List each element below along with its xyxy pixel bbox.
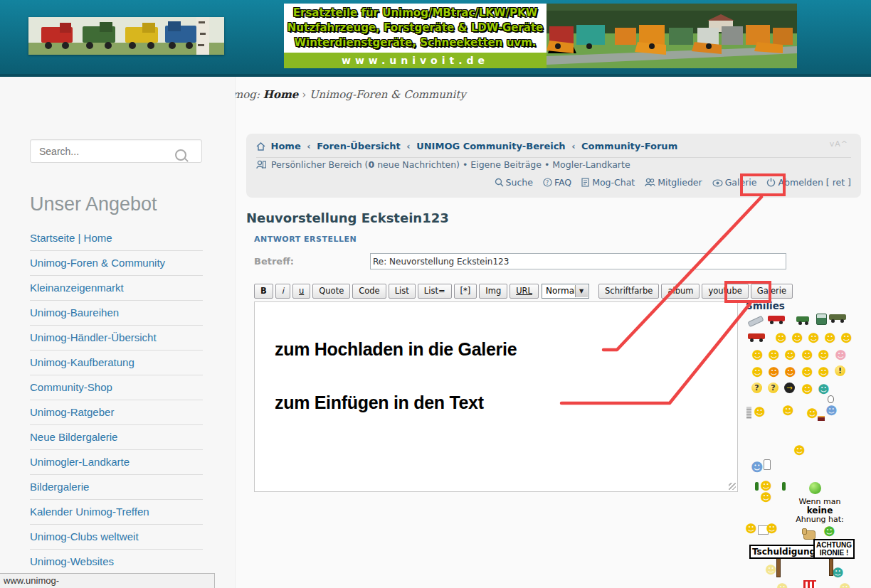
sidebar-item-bildergalerie[interactable]: Bildergalerie <box>30 475 203 500</box>
smiley-green-grin-icon[interactable] <box>823 525 835 538</box>
sidebar-item-neue-bildergalerie[interactable]: Neue Bildergalerie <box>30 425 203 450</box>
bullet: • <box>463 159 468 170</box>
sidebar-item-haendler[interactable]: Unimog-Händler-Übersicht <box>30 326 203 351</box>
list-button[interactable]: List <box>389 284 416 299</box>
smiley-smirk-icon[interactable] <box>801 383 813 396</box>
mogler-map-link[interactable]: Mogler-Landkarte <box>552 159 630 170</box>
smiley-rolleyes-icon[interactable] <box>751 365 764 379</box>
smiley-neutral-icon[interactable] <box>808 331 820 345</box>
sidebar-item-landkarte[interactable]: Unimogler-Landkarte <box>30 450 203 475</box>
sidebar-item-startseite[interactable]: Startseite | Home <box>30 226 203 251</box>
smiley-truck-camo-icon[interactable] <box>829 313 846 323</box>
underline-button[interactable]: u <box>292 284 310 299</box>
list-item-button[interactable]: [*] <box>454 284 477 299</box>
smiley-lol-icon[interactable] <box>784 348 796 362</box>
forum-crumb-bereich[interactable]: UNIMOG Community-Bereich <box>416 141 565 151</box>
smiley-rock-icon[interactable] <box>782 401 794 418</box>
forum-crumb-home[interactable]: Home <box>271 141 301 151</box>
smiley-exclaim-icon[interactable] <box>835 365 845 376</box>
url-button[interactable]: URL <box>510 284 539 299</box>
smiley-sign-tschuldigung[interactable]: Tschuldigung <box>749 545 818 559</box>
breadcrumb-home-link[interactable]: Home <box>263 88 299 101</box>
chat-link[interactable]: Mog-Chat <box>581 177 635 188</box>
smiley-wink-icon[interactable] <box>818 365 830 379</box>
search-icon[interactable] <box>175 149 186 161</box>
smiley-question-icon[interactable] <box>751 383 762 393</box>
sidebar-item-shop[interactable]: Community-Shop <box>30 375 203 400</box>
smiley-bulb-icon[interactable] <box>825 404 838 417</box>
smiley-cool2-icon[interactable] <box>801 365 813 379</box>
smiley-smile-icon[interactable] <box>791 331 803 345</box>
smiley-partial1-icon[interactable] <box>776 582 788 588</box>
smiley-razz-icon[interactable] <box>801 348 813 362</box>
resize-handle[interactable] <box>729 483 736 490</box>
code-button[interactable]: Code <box>352 284 386 299</box>
smiley-small-icon[interactable] <box>793 445 806 456</box>
site-logo[interactable] <box>28 17 224 55</box>
ad-url[interactable]: www.univoit.de <box>284 53 547 68</box>
annotation-upload: zum Hochladen in die Galerie <box>275 339 517 360</box>
quote-button[interactable]: Quote <box>312 284 350 299</box>
subject-input[interactable] <box>370 253 786 269</box>
sidebar-item-clubs[interactable]: Unimog-Clubs weltweit <box>30 525 203 550</box>
breadcrumb-section: Unimog-Foren & Community <box>310 88 466 101</box>
members-link[interactable]: Mitglieder <box>645 177 702 188</box>
sidebar-item-foren[interactable]: Unimog-Foren & Community <box>30 251 203 276</box>
galerie-button[interactable]: Galerie <box>751 284 793 299</box>
img-button[interactable]: Img <box>479 284 507 299</box>
smiley-ladder-icon[interactable] <box>803 580 816 588</box>
ad-banner[interactable]: Ersatzteile für Unimog/MBtrac/LKW/PKW Nu… <box>284 4 547 68</box>
smiley-arrow-icon[interactable] <box>784 383 795 393</box>
smiley-happy-icon[interactable] <box>818 348 830 362</box>
sidebar-item-kalender[interactable]: Kalender Unimog-Treffen <box>30 500 203 525</box>
smiley-idea-icon[interactable] <box>768 383 778 393</box>
search-input[interactable] <box>38 141 183 161</box>
personal-area-link[interactable]: Persönlicher Bereich ( <box>271 159 369 170</box>
smiley-birthday-icon[interactable] <box>806 407 818 420</box>
smiley-teal2-icon[interactable] <box>832 566 844 579</box>
question-icon: ? <box>543 178 552 187</box>
smiley-tractor-icon[interactable] <box>796 315 813 325</box>
sidebar-item-baureihen[interactable]: Unimog-Baureihen <box>30 301 203 326</box>
smiley-sign-ironie[interactable]: ACHTUNG IRONIE ! <box>813 539 855 559</box>
faq-link[interactable]: ?FAQ <box>543 177 571 188</box>
font-size-select[interactable]: Normal▼ <box>542 284 589 299</box>
album-button[interactable]: album <box>661 284 700 299</box>
smiley-eek-icon[interactable] <box>840 331 852 345</box>
search-link[interactable]: Suche <box>495 177 533 188</box>
list-ordered-button[interactable]: List= <box>418 284 452 299</box>
smiley-partial2-icon[interactable] <box>839 582 851 588</box>
forum-crumb-forum[interactable]: Community-Forum <box>581 141 677 151</box>
galerie-link[interactable]: Galerie <box>712 177 757 188</box>
sidebar-item-ratgeber[interactable]: Unimog-Ratgeber <box>30 400 203 425</box>
sidebar-item-kaufberatung[interactable]: Unimog-Kaufberatung <box>30 351 203 375</box>
chevron-down-icon: ▼ <box>575 285 588 297</box>
smiley-mrgreen-icon[interactable] <box>818 383 830 396</box>
smiley-smile2-icon[interactable] <box>751 348 764 362</box>
smiley-wrench-icon[interactable] <box>747 316 764 328</box>
smiley-beer-icon[interactable] <box>755 481 788 492</box>
smiley-firetruck-icon[interactable] <box>768 314 785 324</box>
smiley-thumb-blue-icon[interactable] <box>751 461 764 474</box>
smiley-truck-red-icon[interactable] <box>748 332 765 342</box>
italic-button[interactable]: i <box>275 284 290 299</box>
bold-button[interactable]: B <box>254 284 273 299</box>
logout-link[interactable]: Abmelden [ ret ] <box>766 177 851 188</box>
sidebar-item-kleinanzeigen[interactable]: Kleinanzeigenmarkt <box>30 276 203 301</box>
schriftfarbe-button[interactable]: Schriftfarbe <box>598 284 659 299</box>
forum-crumb-uebersicht[interactable]: Foren-Übersicht <box>317 141 401 151</box>
smiley-evil-icon[interactable] <box>768 365 780 379</box>
smiley-green-ball-icon[interactable] <box>809 482 821 494</box>
smiley-cool-icon[interactable] <box>768 348 780 362</box>
smiley-talk-icon[interactable] <box>745 523 785 535</box>
smilies-hint-text: Wenn man keine Ahnung hat: <box>781 498 859 524</box>
sidebar-item-websites[interactable]: Unimog-Websites <box>30 550 203 574</box>
smiley-grin-icon[interactable] <box>824 331 836 345</box>
smiley-blush-icon[interactable] <box>835 348 847 362</box>
smiley-truck-front-icon[interactable] <box>816 314 827 325</box>
own-posts-link[interactable]: Eigene Beiträge <box>470 159 542 170</box>
smiley-twisted-icon[interactable] <box>784 365 796 379</box>
smiley-laugh-icon[interactable] <box>775 331 787 345</box>
youtube-button[interactable]: youtube <box>702 284 748 299</box>
smiley-dizzy-icon[interactable] <box>765 563 777 577</box>
